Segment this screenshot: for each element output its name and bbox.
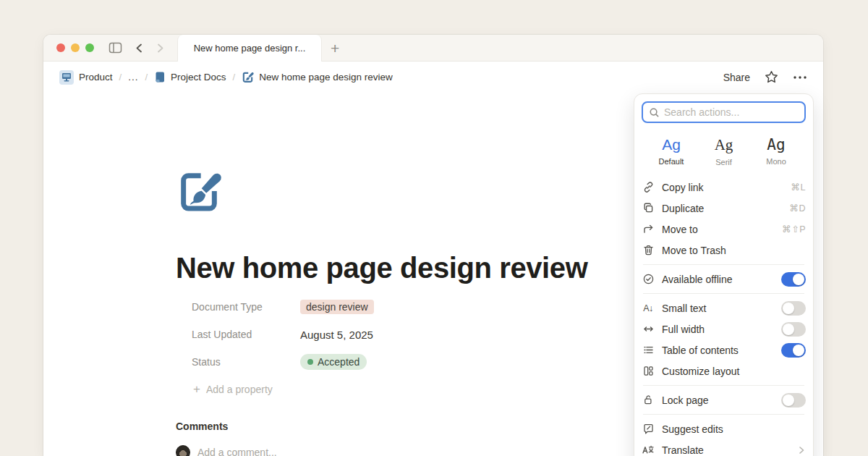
window-controls xyxy=(56,43,94,52)
comments-heading: Comments xyxy=(176,421,646,432)
breadcrumb-separator: / xyxy=(145,72,148,83)
suggest-edits-icon xyxy=(642,423,655,436)
menu-divider xyxy=(643,264,804,265)
breadcrumb-item-project-docs[interactable]: Project Docs xyxy=(154,71,226,83)
status-badge[interactable]: Accepted xyxy=(300,354,367,370)
tab-title: New home page design r... xyxy=(194,43,306,54)
new-tab-button[interactable]: + xyxy=(331,41,339,56)
more-options-icon[interactable] xyxy=(793,75,807,80)
font-option-serif[interactable]: Ag Serif xyxy=(703,136,745,166)
topbar-actions: Share xyxy=(723,70,807,84)
share-button[interactable]: Share xyxy=(723,72,750,83)
menu-item-lock-page[interactable]: Lock page xyxy=(642,389,806,410)
menu-divider xyxy=(643,293,804,294)
breadcrumb: Product / ... / Project Docs / New home … xyxy=(59,70,393,85)
page-title[interactable]: New home page design review xyxy=(176,252,646,284)
unlock-icon xyxy=(642,394,655,407)
monitor-icon xyxy=(59,70,74,85)
small-text-icon: A↓ xyxy=(642,302,655,315)
breadcrumb-item-current-page[interactable]: New home page design review xyxy=(242,71,393,83)
back-icon[interactable] xyxy=(134,43,145,54)
tab-strip: New home page design r... + xyxy=(43,35,823,62)
close-window-button[interactable] xyxy=(56,43,65,52)
layout-icon xyxy=(642,365,655,378)
edit-icon xyxy=(242,71,254,83)
menu-divider xyxy=(643,385,804,386)
property-value: August 5, 2025 xyxy=(300,329,373,341)
options-menu: Copy link ⌘L Duplicate ⌘D Move to ⌘⇧P Mo… xyxy=(634,174,813,456)
breadcrumb-item-product[interactable]: Product xyxy=(59,70,113,85)
sidebar-toggle-icon[interactable] xyxy=(109,42,122,54)
menu-item-move-to[interactable]: Move to ⌘⇧P xyxy=(642,219,806,240)
full-width-icon xyxy=(642,323,655,336)
menu-item-translate[interactable]: Translate xyxy=(642,439,806,456)
search-actions-field[interactable] xyxy=(642,101,806,123)
property-list: Document Type design review Last Updated… xyxy=(192,293,646,400)
property-row-status[interactable]: Status Accepted xyxy=(192,348,646,376)
menu-item-suggest-edits[interactable]: Suggest edits xyxy=(642,418,806,439)
add-property-button[interactable]: + Add a property xyxy=(193,379,646,400)
property-row-document-type[interactable]: Document Type design review xyxy=(192,293,646,321)
menu-divider xyxy=(643,414,804,415)
table-of-contents-toggle[interactable] xyxy=(781,343,806,358)
menu-item-full-width[interactable]: Full width xyxy=(642,318,806,339)
breadcrumb-separator: / xyxy=(233,72,236,83)
desktop: { "window": { "tab_title": "New home pag… xyxy=(0,0,868,456)
available-offline-toggle[interactable] xyxy=(781,272,806,287)
favorite-star-icon[interactable] xyxy=(765,70,778,84)
font-selector: Ag Default Ag Serif Ag Mono xyxy=(634,130,813,174)
toc-icon xyxy=(642,344,655,357)
avatar xyxy=(176,445,190,456)
active-tab[interactable]: New home page design r... xyxy=(177,35,322,62)
shortcut-hint: ⌘⇧P xyxy=(782,224,806,235)
lock-page-toggle[interactable] xyxy=(781,393,806,408)
add-comment-placeholder[interactable]: Add a comment... xyxy=(197,447,277,456)
plus-icon: + xyxy=(193,382,200,397)
property-label: Status xyxy=(192,356,300,368)
forward-icon[interactable] xyxy=(155,43,166,54)
translate-icon xyxy=(642,444,655,456)
page-brush-icon[interactable] xyxy=(176,168,222,214)
menu-item-available-offline[interactable]: Available offline xyxy=(642,269,806,290)
trash-icon xyxy=(642,244,655,257)
topbar: Product / ... / Project Docs / New home … xyxy=(43,62,823,93)
search-actions-input[interactable] xyxy=(664,106,799,118)
check-circle-icon xyxy=(642,273,655,286)
zoom-window-button[interactable] xyxy=(85,43,94,52)
breadcrumb-item-collapsed[interactable]: ... xyxy=(128,72,138,83)
docs-icon xyxy=(154,71,166,83)
property-label: Document Type xyxy=(192,301,300,313)
full-width-toggle[interactable] xyxy=(781,322,806,337)
search-icon xyxy=(649,107,660,118)
chevron-right-icon xyxy=(797,446,806,455)
page-content: New home page design review Document Typ… xyxy=(176,168,646,456)
add-comment-row[interactable]: Add a comment... xyxy=(176,445,646,456)
link-icon xyxy=(642,181,655,194)
minimize-window-button[interactable] xyxy=(71,43,80,52)
property-row-last-updated[interactable]: Last Updated August 5, 2025 xyxy=(192,321,646,348)
font-option-mono[interactable]: Ag Mono xyxy=(755,136,797,166)
menu-item-customize-layout[interactable]: Customize layout xyxy=(642,360,806,381)
menu-item-copy-link[interactable]: Copy link ⌘L xyxy=(642,177,806,198)
shortcut-hint: ⌘L xyxy=(791,182,806,193)
status-dot-icon xyxy=(307,359,313,365)
menu-item-small-text[interactable]: A↓ Small text xyxy=(642,297,806,318)
duplicate-icon xyxy=(642,202,655,215)
menu-item-move-to-trash[interactable]: Move to Trash xyxy=(642,240,806,261)
property-tag[interactable]: design review xyxy=(300,300,374,314)
property-label: Last Updated xyxy=(192,329,300,340)
page-options-panel: Ag Default Ag Serif Ag Mono Copy link ⌘L… xyxy=(634,93,814,456)
small-text-toggle[interactable] xyxy=(781,301,806,316)
font-option-default[interactable]: Ag Default xyxy=(650,136,692,166)
breadcrumb-separator: / xyxy=(119,72,122,83)
menu-item-table-of-contents[interactable]: Table of contents xyxy=(642,339,806,360)
move-arrow-icon xyxy=(642,223,655,236)
menu-item-duplicate[interactable]: Duplicate ⌘D xyxy=(642,198,806,219)
shortcut-hint: ⌘D xyxy=(789,203,806,214)
